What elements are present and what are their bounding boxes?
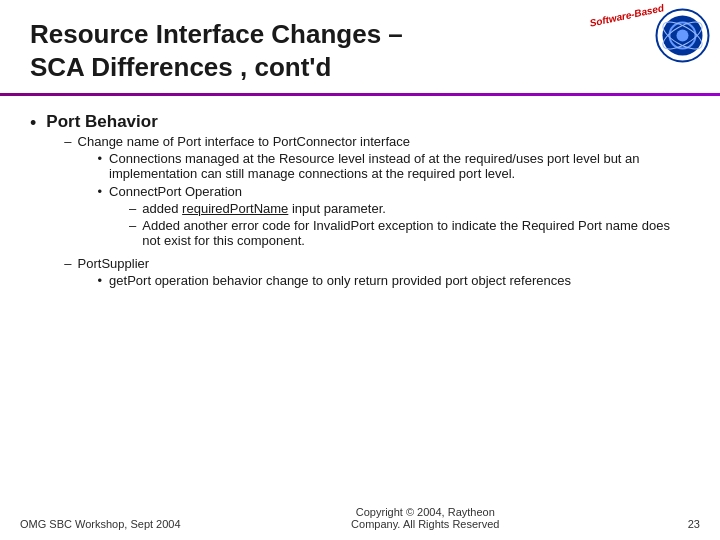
sub-sub-items: – added requiredPortName input parameter…	[129, 201, 690, 248]
header: Resource Interface Changes – SCA Differe…	[0, 0, 720, 93]
sub-bullet-2: • ConnectPort Operation – added required…	[98, 184, 690, 250]
sub-sub-text-1: added requiredPortName input parameter.	[142, 201, 386, 216]
footer-copyright-line1: Copyright © 2004, Raytheon	[356, 506, 495, 518]
bullet-dot: •	[30, 113, 36, 134]
sub-sub-dash-2: –	[129, 218, 136, 233]
footer: OMG SBC Workshop, Sept 2004 Copyright © …	[0, 506, 720, 530]
underline-text: requiredPortName	[182, 201, 288, 216]
sub-bullet-dot-3: •	[98, 273, 103, 288]
title-block: Resource Interface Changes – SCA Differe…	[20, 18, 700, 83]
main-bullet-item: • Port Behavior – Change name of Port in…	[30, 112, 690, 294]
footer-page-number: 23	[670, 518, 700, 530]
header-divider	[0, 93, 720, 96]
dash-text-1: Change name of Port interface to PortCon…	[78, 134, 410, 149]
page: Software-Based Resource Interface Change…	[0, 0, 720, 540]
sub-bullet-3: • getPort operation behavior change to o…	[98, 273, 571, 288]
sub-bullet-dot-2: •	[98, 184, 103, 199]
sub-bullet-items-1: • Connections managed at the Resource le…	[98, 151, 690, 250]
sub-bullet-dot-1: •	[98, 151, 103, 166]
sub-sub-dash-1: –	[129, 201, 136, 216]
sub-sub-item-2: – Added another error code for InvalidPo…	[129, 218, 690, 248]
sub-bullet-text-1: Connections managed at the Resource leve…	[109, 151, 690, 181]
sub-items: – Change name of Port interface to PortC…	[64, 134, 690, 291]
sub-bullet-text-3: getPort operation behavior change to onl…	[109, 273, 571, 288]
sub-bullet-1: • Connections managed at the Resource le…	[98, 151, 690, 181]
sub-sub-item-1: – added requiredPortName input parameter…	[129, 201, 690, 216]
dash-text-2: PortSupplier	[78, 256, 150, 271]
title-line1: Resource Interface Changes –	[30, 19, 403, 49]
footer-left: OMG SBC Workshop, Sept 2004	[20, 518, 181, 530]
sub-bullet-text-2: ConnectPort Operation	[109, 184, 242, 199]
footer-copyright-line2: Company. All Rights Reserved	[351, 518, 499, 530]
dash-item-2: – PortSupplier • getPort operation behav…	[64, 256, 690, 291]
footer-center: Copyright © 2004, Raytheon Company. All …	[181, 506, 670, 530]
main-content: • Port Behavior – Change name of Port in…	[0, 104, 720, 308]
dash-2: –	[64, 256, 71, 271]
dash-item-1: – Change name of Port interface to PortC…	[64, 134, 690, 253]
main-bullet-label: Port Behavior	[46, 112, 157, 131]
sub-bullet-items-2: • getPort operation behavior change to o…	[98, 273, 571, 288]
page-title: Resource Interface Changes – SCA Differe…	[30, 18, 700, 83]
sub-sub-text-2: Added another error code for InvalidPort…	[142, 218, 690, 248]
dash-1: –	[64, 134, 71, 149]
title-line2: SCA Differences , cont'd	[30, 52, 331, 82]
